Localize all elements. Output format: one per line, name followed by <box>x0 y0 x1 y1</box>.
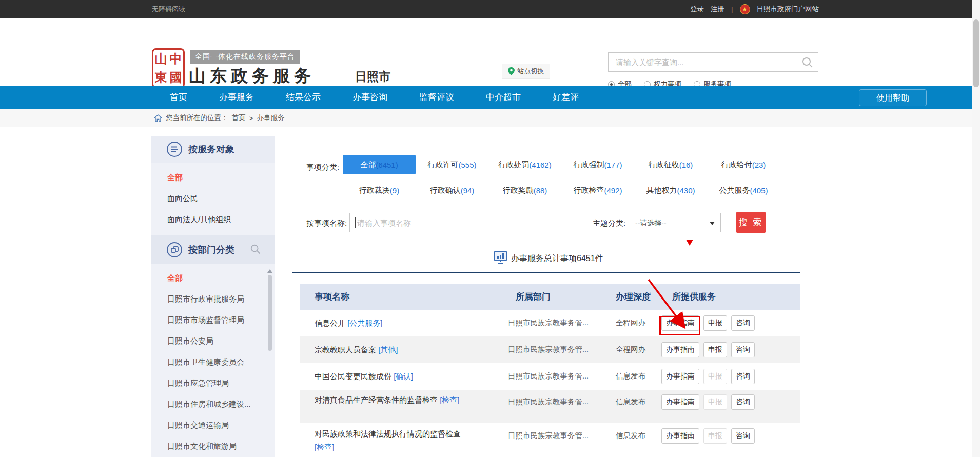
site-switch-button[interactable]: 站点切换 <box>502 64 550 79</box>
table-row: 中国公民变更民族成份 [确认] 日照市民族宗教事务管... 信息发布 办事指南 … <box>300 363 800 390</box>
breadcrumb-home-link[interactable]: 首页 <box>232 113 246 123</box>
nav-item-supervision[interactable]: 监督评议 <box>403 86 470 109</box>
filter-all[interactable]: 全部(6451) <box>343 155 416 174</box>
category-filter-grid: 全部(6451) 行政许可(555) 行政处罚(4162) 行政强制(177) … <box>343 155 780 200</box>
consult-button[interactable]: 咨询 <box>731 342 755 357</box>
item-name[interactable]: 信息公开 <box>315 319 345 327</box>
guide-button[interactable]: 办事指南 <box>661 369 699 384</box>
register-link[interactable]: 注册 <box>711 5 724 14</box>
keyword-search-input[interactable] <box>609 53 818 71</box>
login-link[interactable]: 登录 <box>690 5 704 14</box>
department-item[interactable]: 日照市文化和旅游局 <box>151 436 275 457</box>
city-portal-link[interactable]: 日照市政府门户网站 <box>757 5 819 14</box>
table-header: 事项名称 所属部门 办理深度 所提供服务 <box>300 284 800 310</box>
consult-button[interactable]: 咨询 <box>731 315 755 331</box>
table-row: 宗教教职人员备案 [其他] 日照市民族宗教事务管... 全程网办 办事指南 申报… <box>300 336 800 363</box>
page-scrollbar-thumb[interactable] <box>973 19 979 87</box>
topic-category-select[interactable]: --请选择-- <box>629 213 721 232</box>
item-name[interactable]: 对清真食品生产经营条件的监督检查 <box>315 395 438 404</box>
nav-item-consult[interactable]: 办事咨询 <box>337 86 403 109</box>
filter-xingzhengjiancha[interactable]: 行政检查(492) <box>561 181 634 200</box>
apply-button-disabled: 申报 <box>703 394 727 410</box>
item-tag[interactable]: [其他] <box>378 345 398 354</box>
apply-button[interactable]: 申报 <box>703 315 727 331</box>
consult-button[interactable]: 咨询 <box>731 428 755 444</box>
guide-button[interactable]: 办事指南 <box>661 428 699 444</box>
location-pin-icon <box>508 67 515 75</box>
department-item[interactable]: 日照市行政审批服务局 <box>151 289 275 310</box>
nav-item-services[interactable]: 办事服务 <box>203 86 270 109</box>
topic-category-label: 主题分类: <box>593 218 625 228</box>
sidebar: 按服务对象 全部 面向公民 面向法人/其他组织 按部门分类 全部 日照市行政审批… <box>151 136 275 457</box>
item-tag[interactable]: [检查] <box>440 395 459 404</box>
department-search-icon[interactable] <box>250 244 261 255</box>
guide-button[interactable]: 办事指南 <box>661 342 699 357</box>
search-submit-button[interactable]: 搜 索 <box>736 212 766 233</box>
filter-xingzhengqueren[interactable]: 行政确认(94) <box>416 181 488 200</box>
help-button[interactable]: 使用帮助 <box>859 89 927 106</box>
filter-xingzhengjifu[interactable]: 行政给付(23) <box>707 155 780 174</box>
filter-xingzhengxuke[interactable]: 行政许可(555) <box>416 155 488 174</box>
topbar: 无障碍阅读 登录 注册 | ★ 日照市政府门户网站 <box>0 0 980 18</box>
nav-item-rating[interactable]: 好差评 <box>537 86 595 109</box>
text-caret <box>355 217 356 228</box>
apply-button-disabled: 申报 <box>703 369 727 384</box>
guide-button[interactable]: 办事指南 <box>661 315 699 331</box>
nav-item-results[interactable]: 结果公示 <box>270 86 337 109</box>
table-row: 信息公开 [公共服务] 日照市民族宗教事务管... 全程网办 办事指南 申报 咨… <box>300 310 800 336</box>
item-name-label: 按事项名称: <box>306 218 347 228</box>
consult-button[interactable]: 咨询 <box>731 369 755 384</box>
filter-xingzhengchufa[interactable]: 行政处罚(4162) <box>488 155 561 174</box>
guide-button[interactable]: 办事指南 <box>661 394 699 410</box>
breadcrumb: 您当前所在的位置： 首页 > 办事服务 <box>154 109 284 127</box>
item-name[interactable]: 中国公民变更民族成份 <box>315 372 391 381</box>
consult-button[interactable]: 咨询 <box>731 394 755 410</box>
site-header: 山中 東國 全国一体化在线政务服务平台 山东政务服务 日照市 站点切换 全部 权… <box>0 18 980 86</box>
service-target-list: 全部 面向公民 面向法人/其他组织 <box>151 163 275 235</box>
scrollbar-thumb[interactable] <box>268 275 272 351</box>
scroll-up-icon[interactable] <box>267 269 272 273</box>
nav-item-agency-market[interactable]: 中介超市 <box>470 86 537 109</box>
department-scrollbar[interactable] <box>267 269 272 457</box>
filter-gonggongfuwu[interactable]: 公共服务(405) <box>707 181 780 200</box>
item-depth: 信息发布 <box>616 397 645 407</box>
sidebar-item-all[interactable]: 全部 <box>151 167 275 188</box>
accessibility-link[interactable]: 无障碍阅读 <box>152 0 185 18</box>
item-name[interactable]: 宗教教职人员备案 <box>315 345 376 354</box>
chevron-down-icon <box>710 222 715 225</box>
filter-xingzhengcaijue[interactable]: 行政裁决(9) <box>343 181 416 200</box>
department-item[interactable]: 日照市应急管理局 <box>151 373 275 394</box>
sidebar-item-legal-person[interactable]: 面向法人/其他组织 <box>151 209 275 230</box>
apply-button-disabled: 申报 <box>703 428 727 444</box>
item-tag[interactable]: [检查] <box>315 443 334 451</box>
item-tag[interactable]: [确认] <box>394 372 413 381</box>
department-item-all[interactable]: 全部 <box>151 268 275 289</box>
department-item[interactable]: 日照市交通运输局 <box>151 415 275 436</box>
filter-qitaquanli[interactable]: 其他权力(430) <box>634 181 707 200</box>
filter-xingzhengjiangli[interactable]: 行政奖励(88) <box>488 181 561 200</box>
department-list: 全部 日照市行政审批服务局 日照市市场监督管理局 日照市公安局 日照市卫生健康委… <box>151 264 275 457</box>
list-circle-icon <box>167 142 182 157</box>
annotation-red-triangle <box>686 240 693 246</box>
item-name-input[interactable] <box>350 213 569 232</box>
table-row: 对清真食品生产经营条件的监督检查 [检查] 日照市民族宗教事务管... 信息发布… <box>300 390 800 423</box>
filter-xingzhengqiangzhi[interactable]: 行政强制(177) <box>561 155 634 174</box>
item-department: 日照市民族宗教事务管... <box>508 318 589 328</box>
department-item[interactable]: 日照市住房和城乡建设... <box>151 394 275 415</box>
page-scrollbar[interactable] <box>972 0 980 457</box>
col-department: 所属部门 <box>516 284 551 310</box>
sidebar-item-citizen[interactable]: 面向公民 <box>151 188 275 209</box>
department-item[interactable]: 日照市卫生健康委员会 <box>151 352 275 373</box>
sidebar-section-by-service-target: 按服务对象 <box>151 136 275 163</box>
department-item[interactable]: 日照市公安局 <box>151 331 275 352</box>
nav-item-home[interactable]: 首页 <box>154 86 203 109</box>
item-name[interactable]: 对民族政策和法律法规执行情况的监督检查 <box>315 429 461 438</box>
filter-xingzhengzhengshou[interactable]: 行政征收(16) <box>634 155 707 174</box>
total-items-text: 办事服务总计事项6451件 <box>511 253 603 264</box>
department-item[interactable]: 日照市市场监督管理局 <box>151 310 275 331</box>
apply-button[interactable]: 申报 <box>703 342 727 357</box>
item-tag[interactable]: [公共服务] <box>347 319 382 327</box>
item-department: 日照市民族宗教事务管... <box>508 431 589 441</box>
search-icon[interactable] <box>801 56 814 69</box>
main-nav: 首页 办事服务 结果公示 办事咨询 监督评议 中介超市 好差评 <box>0 86 980 109</box>
